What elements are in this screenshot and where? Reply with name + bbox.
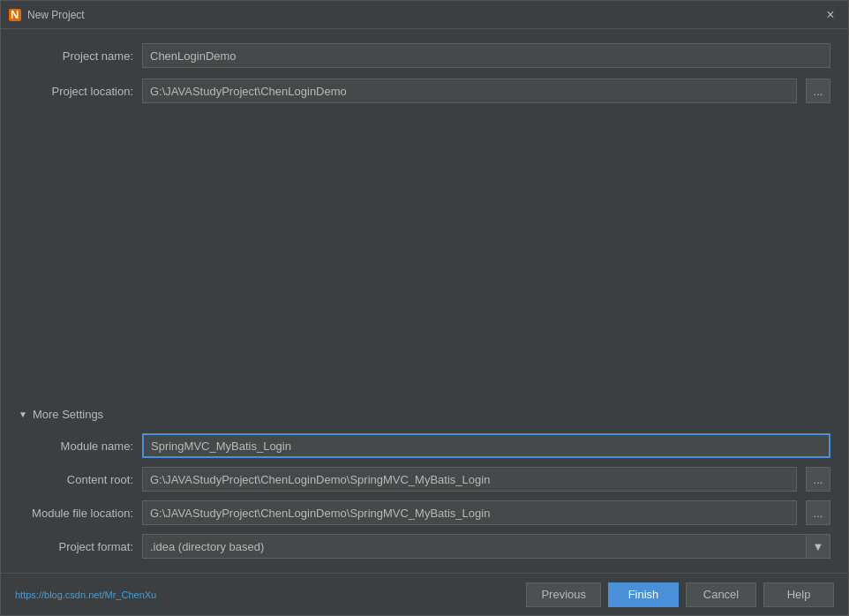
app-icon: N — [8, 8, 22, 22]
module-name-row: Module name: — [19, 433, 830, 458]
project-format-row: Project format: .idea (directory based) … — [19, 534, 830, 559]
content-root-input[interactable] — [142, 467, 797, 492]
more-settings-label: More Settings — [33, 408, 103, 421]
project-location-browse-button[interactable]: ... — [806, 79, 830, 103]
dialog-footer: https://blog.csdn.net/Mr_ChenXu Previous… — [1, 573, 848, 615]
project-format-select-wrapper: .idea (directory based) ▼ — [142, 534, 830, 559]
project-name-row: Project name: — [19, 43, 830, 68]
module-name-label: Module name: — [19, 439, 133, 453]
project-location-input[interactable] — [142, 79, 797, 103]
content-root-row: Content root: ... — [19, 467, 830, 492]
help-button[interactable]: Help — [763, 582, 834, 607]
dialog-content: Project name: Project location: ... ▼ Mo… — [1, 29, 848, 573]
module-file-location-input[interactable] — [142, 500, 797, 525]
module-file-location-label: Module file location: — [19, 507, 133, 520]
more-settings-toggle[interactable]: ▼ More Settings — [19, 404, 830, 424]
title-bar: N New Project × — [1, 1, 848, 29]
project-format-select[interactable]: .idea (directory based) — [142, 534, 830, 559]
new-project-dialog: N New Project × Project name: Project lo… — [0, 0, 849, 616]
help-link[interactable]: https://blog.csdn.net/Mr_ChenXu — [15, 590, 156, 600]
project-name-input[interactable] — [142, 43, 830, 68]
module-file-location-browse-button[interactable]: ... — [806, 500, 830, 525]
dialog-title: New Project — [27, 9, 820, 21]
cancel-button[interactable]: Cancel — [686, 582, 756, 607]
project-format-label: Project format: — [19, 540, 133, 553]
module-name-input[interactable] — [142, 433, 830, 458]
project-location-label: Project location: — [19, 85, 133, 98]
content-root-label: Content root: — [19, 473, 133, 486]
finish-button[interactable]: Finish — [608, 582, 679, 607]
module-file-location-row: Module file location: ... — [19, 500, 830, 525]
content-root-browse-button[interactable]: ... — [806, 467, 830, 492]
more-settings-fields: Module name: Content root: ... Module fi… — [19, 433, 830, 559]
close-button[interactable]: × — [820, 4, 841, 26]
svg-text:N: N — [11, 8, 19, 21]
more-settings-section: ▼ More Settings Module name: Content roo… — [19, 404, 830, 559]
more-settings-arrow-icon: ▼ — [19, 409, 27, 419]
project-name-label: Project name: — [19, 49, 133, 63]
content-spacer — [19, 114, 830, 394]
previous-button[interactable]: Previous — [526, 582, 601, 607]
project-location-row: Project location: ... — [19, 79, 830, 103]
